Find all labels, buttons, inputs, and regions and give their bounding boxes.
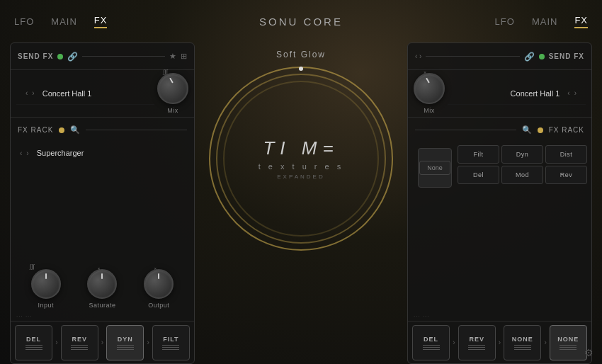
center-panel: Soft Glow TI M= t e x t u r e s EXPANDED [195, 42, 407, 364]
left-saturate-knob-wrapper: × Saturate [87, 269, 117, 309]
left-knobs-row: ∫∫∫ Input × Saturate × [11, 164, 194, 312]
left-fx-rack-dot[interactable] [59, 127, 64, 133]
left-fx-rack-divider [86, 130, 187, 130]
left-fx-rack-label: FX RACK [18, 126, 53, 134]
left-output-label: Output [148, 302, 169, 309]
right-none1-btn[interactable]: NONE [504, 325, 541, 360]
app-container: LFO MAIN FX SONU CORE LFO MAIN FX SEND F… [0, 0, 602, 364]
left-preset-next[interactable]: › [30, 89, 36, 97]
right-arrow-1[interactable]: › [451, 339, 456, 346]
left-send-fx-label: SEND FX [18, 52, 53, 60]
left-rev-btn[interactable]: REV [61, 325, 98, 360]
left-plugin-name: Supercharger [31, 149, 90, 157]
brand-center: TI M= t e x t u r e s EXPANDED [259, 137, 344, 180]
nav-fx-left[interactable]: FX [94, 15, 108, 28]
left-arrow-1[interactable]: › [54, 339, 59, 346]
right-fx-rack-dot[interactable] [538, 127, 543, 133]
nav-main-left[interactable]: MAIN [51, 16, 77, 27]
right-scroll-dots[interactable]: ··· ··· [414, 313, 430, 319]
left-input-knob[interactable] [31, 269, 61, 299]
left-plugin-row: ‹ › Supercharger [11, 142, 194, 164]
right-rev-mini-btn[interactable]: Rev [545, 166, 587, 184]
left-output-knob[interactable] [144, 269, 174, 299]
left-nav-group: LFO MAIN FX [14, 15, 107, 28]
nav-lfo-right[interactable]: LFO [495, 16, 515, 27]
left-input-label: Input [38, 302, 55, 309]
nav-lfo-left[interactable]: LFO [14, 16, 34, 27]
dot-indicator [299, 67, 303, 71]
nav-fx-right[interactable]: FX [574, 15, 588, 28]
nav-main-right[interactable]: MAIN [532, 16, 558, 27]
left-arrow-3[interactable]: › [145, 339, 150, 346]
left-del-btn[interactable]: DEL [15, 325, 52, 360]
right-send-fx-label: SEND FX [549, 52, 584, 60]
left-bottom-buttons: DEL › REV › [11, 321, 194, 363]
left-panel: SEND FX 🔗 ★ ⊞ ‹ › Concert Hall 1 ∫∫∫ [10, 42, 195, 364]
center-title: Soft Glow [276, 50, 326, 59]
right-send-fx-row: SEND FX 🔗 ‹ › [408, 43, 591, 70]
left-send-fx-dot[interactable] [57, 54, 63, 59]
left-saturate-knob[interactable] [87, 269, 117, 299]
right-mod-btn[interactable]: Mod [501, 166, 543, 184]
right-dyn-btn[interactable]: Dyn [501, 145, 543, 164]
logo-text: SONU CORE [259, 16, 343, 28]
left-link-icon[interactable]: 🔗 [67, 52, 78, 62]
left-divider [82, 56, 165, 57]
left-star-icon[interactable]: ★ [169, 52, 176, 61]
left-filt-btn[interactable]: FILT [152, 325, 190, 360]
left-arrow-2[interactable]: › [100, 339, 105, 346]
brand-time: TI M= [263, 137, 339, 159]
right-none-label: None [427, 164, 443, 171]
top-nav: LFO MAIN FX SONU CORE LFO MAIN FX [0, 0, 602, 42]
left-plugin-next[interactable]: › [24, 149, 30, 157]
left-saturate-label: Saturate [89, 302, 115, 309]
right-mix-knob[interactable] [414, 73, 445, 104]
left-output-knob-wrapper: × Output [144, 269, 174, 309]
right-link-icon[interactable]: 🔗 [524, 52, 535, 62]
right-mini-grid: Filt Dyn Dist Del Mod Rev [458, 145, 587, 184]
right-dist-btn[interactable]: Dist [545, 145, 587, 164]
right-nav-group: LFO MAIN FX [495, 15, 588, 28]
right-filt-btn[interactable]: Filt [458, 145, 499, 164]
left-mix-knob[interactable] [157, 73, 188, 104]
right-del-mini-btn[interactable]: Del [458, 166, 499, 184]
logo-area: SONU CORE [259, 16, 343, 28]
right-none2-btn[interactable]: NONE [550, 325, 587, 360]
left-scroll-dots[interactable]: ··· ··· [16, 313, 33, 319]
left-search-icon[interactable]: 🔍 [70, 125, 80, 135]
right-send-fx-dot[interactable] [539, 54, 545, 59]
right-search-icon[interactable]: 🔍 [522, 125, 532, 135]
right-arrow-2[interactable]: › [497, 339, 502, 346]
right-fx-rack-row: FX RACK 🔍 [408, 117, 591, 142]
right-mix-knob-wrapper: × Mix [414, 73, 445, 114]
settings-gear[interactable]: ⚙ [584, 347, 594, 358]
left-send-fx-row: SEND FX 🔗 ★ ⊞ [11, 43, 194, 70]
right-none-btn[interactable]: None [418, 148, 452, 188]
brand-expanded: EXPANDED [277, 174, 324, 180]
right-preset-prev[interactable]: ‹ [565, 89, 572, 97]
main-content: SEND FX 🔗 ★ ⊞ ‹ › Concert Hall 1 ∫∫∫ [0, 42, 602, 364]
right-rev-btn[interactable]: REV [458, 325, 496, 360]
left-dyn-btn[interactable]: DYN [106, 325, 144, 360]
right-del-btn[interactable]: DEL [412, 325, 450, 360]
right-divider [426, 56, 519, 57]
brand-textures: t e x t u r e s [259, 162, 344, 171]
circular-display: TI M= t e x t u r e s EXPANDED [202, 59, 400, 258]
right-mix-label: Mix [424, 107, 435, 114]
right-fx-rack-label: FX RACK [549, 126, 584, 134]
right-preset-next[interactable]: › [572, 89, 579, 97]
left-save-icon[interactable]: ⊞ [181, 52, 187, 61]
left-input-knob-wrapper: ∫∫∫ Input [31, 269, 61, 309]
right-arrow-3[interactable]: › [543, 339, 547, 346]
right-chevron-icon[interactable]: ‹ › [415, 52, 421, 60]
left-preset-prev[interactable]: ‹ [23, 89, 30, 97]
right-fx-rack-divider [415, 130, 516, 130]
left-mix-knob-wrapper: ∫∫∫ Mix [157, 73, 188, 114]
right-preset-name: Concert Hall 1 [505, 89, 566, 98]
left-fx-rack-row: FX RACK 🔍 [11, 117, 194, 142]
left-preset-name: Concert Hall 1 [37, 89, 98, 98]
right-bottom-buttons: DEL › REV › [408, 321, 591, 363]
left-plugin-prev[interactable]: ‹ [18, 149, 24, 157]
right-panel: SEND FX 🔗 ‹ › › ‹ Concert Hall 1 × [407, 42, 592, 364]
left-mix-label: Mix [167, 107, 178, 114]
